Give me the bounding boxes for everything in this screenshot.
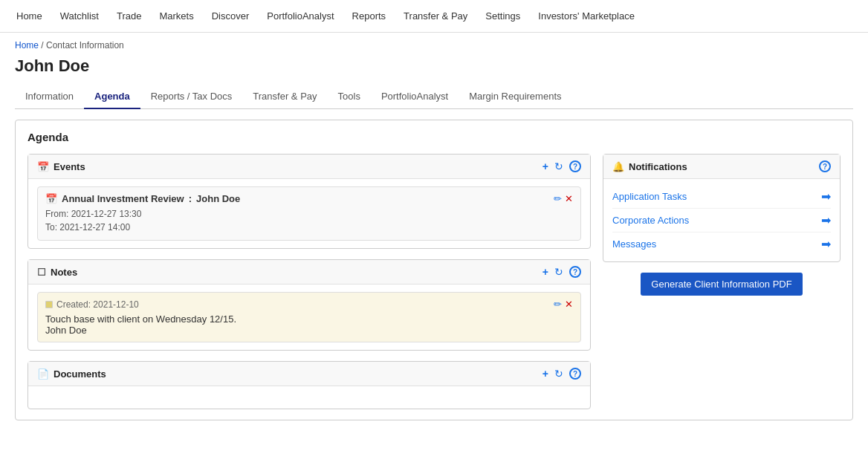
event-title: 📅 Annual Investment Review : John Doe — [45, 193, 240, 204]
events-add-button[interactable]: + — [542, 160, 548, 172]
documents-help-icon[interactable]: ? — [569, 368, 581, 380]
notifications-body: Application Tasks ➡ Corporate Actions ➡ … — [603, 179, 840, 261]
nav-item-marketplace[interactable]: Investors' Marketplace — [529, 0, 644, 33]
notifications-header-label: Notifications — [629, 161, 687, 172]
events-help-icon[interactable]: ? — [569, 160, 581, 172]
nav-item-transferpay[interactable]: Transfer & Pay — [395, 0, 476, 33]
event-delete-button[interactable]: ✕ — [565, 193, 573, 204]
nav-item-markets[interactable]: Markets — [150, 0, 202, 33]
agenda-columns: 📅 Events + ↻ ? 📅 — [27, 154, 841, 409]
documents-header-label: Documents — [54, 368, 106, 380]
agenda-right-column: 🔔 Notifications ? Application Tasks ➡ Co… — [603, 154, 841, 409]
main-content: Home / Contact Information John Doe Info… — [0, 33, 868, 465]
notif-arrow-messages: ➡ — [821, 237, 831, 251]
agenda-section: Agenda 📅 Events + ↻ ? — [15, 120, 853, 420]
notes-help-icon[interactable]: ? — [569, 266, 581, 278]
calendar-icon: 📅 — [37, 161, 49, 172]
nav-item-reports[interactable]: Reports — [343, 0, 395, 33]
breadcrumb-current: Contact Information — [46, 40, 124, 51]
documents-header-left: 📄 Documents — [37, 368, 106, 380]
documents-refresh-button[interactable]: ↻ — [554, 368, 563, 380]
notes-header-left: ☐ Notes — [37, 267, 77, 278]
note-item: Created: 2021-12-10 ✏ ✕ Touch base with … — [37, 292, 581, 342]
note-created-row: Created: 2021-12-10 ✏ ✕ — [45, 299, 573, 310]
documents-card-body — [28, 386, 590, 409]
nav-item-portfolioanalyst[interactable]: PortfolioAnalyst — [258, 0, 343, 33]
tab-margin-requirements[interactable]: Margin Requirements — [459, 85, 571, 109]
tab-tools[interactable]: Tools — [328, 85, 371, 109]
documents-add-button[interactable]: + — [542, 368, 548, 380]
events-header-right: + ↻ ? — [542, 160, 581, 172]
event-calendar-icon: 📅 — [45, 193, 57, 204]
notif-label-corporate-actions: Corporate Actions — [612, 215, 689, 226]
event-to: To: 2021-12-27 14:00 — [45, 221, 573, 234]
note-actions: ✏ ✕ — [554, 299, 573, 310]
tab-bar: Information Agenda Reports / Tax Docs Tr… — [15, 85, 853, 109]
event-actions: ✏ ✕ — [554, 193, 573, 204]
event-separator: : — [189, 193, 192, 204]
breadcrumb: Home / Contact Information — [15, 40, 853, 51]
nav-item-settings[interactable]: Settings — [476, 0, 529, 33]
documents-header-right: + ↻ ? — [542, 368, 581, 380]
events-card-header: 📅 Events + ↻ ? — [28, 155, 590, 179]
documents-icon: 📄 — [37, 368, 49, 380]
tab-transfer-pay[interactable]: Transfer & Pay — [242, 85, 327, 109]
agenda-title: Agenda — [27, 131, 841, 143]
events-card: 📅 Events + ↻ ? 📅 — [27, 154, 591, 249]
event-item-header: 📅 Annual Investment Review : John Doe ✏ … — [45, 193, 573, 204]
tab-reports-tax-docs[interactable]: Reports / Tax Docs — [140, 85, 243, 109]
note-edit-button[interactable]: ✏ — [554, 299, 562, 310]
notif-row-application-tasks[interactable]: Application Tasks ➡ — [612, 185, 831, 209]
events-card-body: 📅 Annual Investment Review : John Doe ✏ … — [28, 179, 590, 248]
events-header-left: 📅 Events — [37, 161, 85, 172]
notif-arrow-corporate-actions: ➡ — [821, 213, 831, 227]
documents-card: 📄 Documents + ↻ ? — [27, 361, 591, 409]
documents-card-header: 📄 Documents + ↻ ? — [28, 362, 590, 386]
notif-arrow-application-tasks: ➡ — [821, 189, 831, 204]
top-navigation: Home Watchlist Trade Markets Discover Po… — [0, 0, 868, 33]
bell-icon: 🔔 — [612, 161, 624, 172]
note-author: John Doe — [45, 325, 573, 336]
notif-row-corporate-actions[interactable]: Corporate Actions ➡ — [612, 209, 831, 232]
notif-label-application-tasks: Application Tasks — [612, 191, 687, 202]
event-from: From: 2021-12-27 13:30 — [45, 207, 573, 221]
nav-item-home[interactable]: Home — [7, 0, 51, 33]
event-meta: From: 2021-12-27 13:30 To: 2021-12-27 14… — [45, 207, 573, 234]
events-refresh-button[interactable]: ↻ — [554, 160, 563, 172]
notes-refresh-button[interactable]: ↻ — [554, 266, 563, 278]
nav-item-discover[interactable]: Discover — [203, 0, 259, 33]
notes-card-header: ☐ Notes + ↻ ? — [28, 260, 590, 284]
notes-icon: ☐ — [37, 267, 46, 278]
event-edit-button[interactable]: ✏ — [554, 193, 562, 204]
notes-header-label: Notes — [51, 267, 77, 278]
tab-portfolioanalyst[interactable]: PortfolioAnalyst — [371, 85, 459, 109]
note-text: Touch base with client on Wednesday 12/1… — [45, 313, 573, 325]
generate-pdf-button[interactable]: Generate Client Information PDF — [641, 273, 802, 296]
agenda-left-column: 📅 Events + ↻ ? 📅 — [27, 154, 591, 409]
note-delete-button[interactable]: ✕ — [565, 299, 573, 310]
notifications-card: 🔔 Notifications ? Application Tasks ➡ Co… — [603, 154, 841, 262]
event-name: Annual Investment Review — [62, 193, 184, 204]
notifications-help-icon[interactable]: ? — [819, 160, 831, 172]
note-created-label: Created: 2021-12-10 — [56, 299, 139, 310]
breadcrumb-home[interactable]: Home — [15, 40, 39, 51]
note-dot-icon — [45, 301, 53, 308]
note-date: Created: 2021-12-10 — [45, 299, 139, 310]
notes-card: ☐ Notes + ↻ ? — [27, 259, 591, 351]
nav-item-watchlist[interactable]: Watchlist — [51, 0, 108, 33]
notes-add-button[interactable]: + — [542, 266, 548, 278]
page-title: John Doe — [15, 56, 853, 76]
notifications-header-left: 🔔 Notifications — [612, 161, 687, 172]
tab-information[interactable]: Information — [15, 85, 84, 109]
event-item: 📅 Annual Investment Review : John Doe ✏ … — [37, 186, 581, 241]
notes-header-right: + ↻ ? — [542, 266, 581, 278]
notif-row-messages[interactable]: Messages ➡ — [612, 232, 831, 256]
nav-item-trade[interactable]: Trade — [108, 0, 150, 33]
notes-card-body: Created: 2021-12-10 ✏ ✕ Touch base with … — [28, 284, 590, 350]
events-header-label: Events — [54, 161, 85, 172]
notifications-header: 🔔 Notifications ? — [603, 155, 840, 179]
event-person: John Doe — [196, 193, 240, 204]
notif-label-messages: Messages — [612, 238, 656, 250]
tab-agenda[interactable]: Agenda — [84, 85, 140, 109]
